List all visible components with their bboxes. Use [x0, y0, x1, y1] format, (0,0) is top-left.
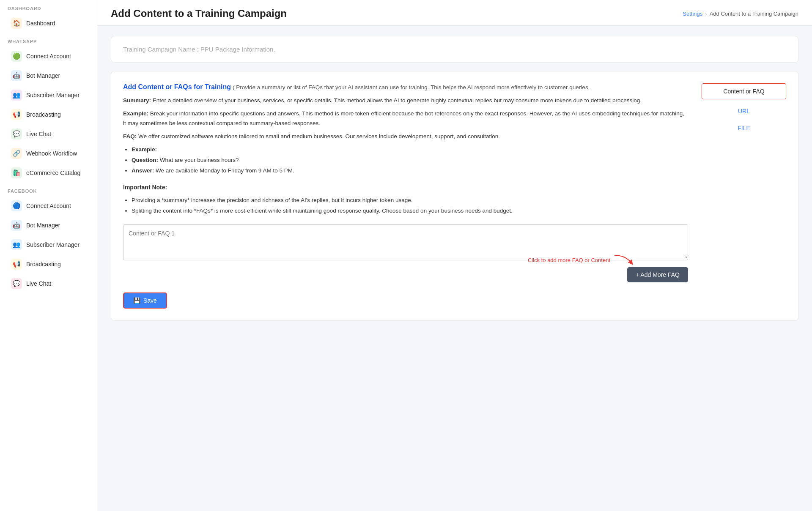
save-icon: 💾	[133, 297, 140, 304]
sidebar-item-wa-ecomm-label: eCommerce Catalog	[26, 169, 80, 176]
faq-para: FAQ: We offer customized software soluti…	[123, 132, 688, 142]
fb-connect-icon: 🔵	[11, 200, 22, 211]
sidebar-item-dashboard-label: Dashboard	[26, 20, 55, 27]
example-label: Example:	[123, 110, 148, 117]
wa-broad-icon: 📢	[11, 109, 22, 120]
campaign-name-card: Training Campaign Name : PPU Package Inf…	[111, 36, 798, 63]
important-note-list: Providing a *summary* increases the prec…	[123, 196, 688, 216]
wa-chat-icon: 💬	[11, 128, 22, 139]
faq-heading-desc: ( Provide a summary or list of FAQs that…	[233, 84, 590, 90]
tab-content-faq[interactable]: Content or FAQ	[702, 83, 786, 99]
sidebar-item-fb-chat-label: Live Chat	[26, 280, 51, 287]
sidebar-item-wa-sub[interactable]: 👥 Subscriber Manager	[3, 86, 93, 104]
faq-label: FAQ:	[123, 133, 137, 139]
sidebar-item-fb-sub-label: Subscriber Manager	[26, 241, 80, 248]
sidebar-item-dashboard[interactable]: 🏠 Dashboard	[3, 14, 93, 33]
fb-chat-icon: 💬	[11, 278, 22, 289]
sidebar-item-fb-sub[interactable]: 👥 Subscriber Manager	[3, 235, 93, 254]
top-header: Add Content to a Training Campaign Setti…	[97, 0, 812, 26]
sidebar-item-wa-chat-label: Live Chat	[26, 131, 51, 137]
save-row: 💾 Save	[123, 292, 688, 309]
sidebar-item-wa-bot-label: Bot Manager	[26, 72, 60, 79]
sidebar-item-wa-ecomm[interactable]: 🛍️ eCommerce Catalog	[3, 164, 93, 182]
faq-list-item-1: Example:	[132, 145, 688, 155]
faq-text: We offer customized software solutions t…	[138, 133, 500, 139]
summary-para: Summary: Enter a detailed overview of yo…	[123, 96, 688, 106]
breadcrumb-separator: ›	[705, 11, 707, 17]
faq-examples-list: Example: Question: What are your busines…	[123, 145, 688, 176]
card-inner: Add Content or FAQs for Training ( Provi…	[123, 83, 786, 309]
sidebar-item-fb-broad[interactable]: 📢 Broadcasting	[3, 255, 93, 273]
sidebar-item-fb-bot-label: Bot Manager	[26, 222, 60, 229]
sidebar-item-wa-sub-label: Subscriber Manager	[26, 92, 80, 98]
page-title: Add Content to a Training Campaign	[111, 8, 287, 19]
sidebar-item-wa-broad[interactable]: 📢 Broadcasting	[3, 105, 93, 124]
wa-bot-icon: 🤖	[11, 70, 22, 81]
main-card: Add Content or FAQs for Training ( Provi…	[111, 71, 798, 321]
sidebar: DASHBOARD 🏠 Dashboard WHATSAPP 🟢 Connect…	[0, 0, 97, 511]
sidebar-item-wa-broad-label: Broadcasting	[26, 111, 61, 118]
breadcrumb: Settings › Add Content to a Training Cam…	[683, 11, 798, 17]
wa-webhook-icon: 🔗	[11, 148, 22, 159]
fb-broad-icon: 📢	[11, 259, 22, 270]
faq-list-item-2: Question: What are your business hours?	[132, 156, 688, 165]
example-text: Break your information into specific que…	[123, 110, 684, 126]
sidebar-item-wa-webhook-label: Webhook Workflow	[26, 150, 77, 157]
sidebar-item-wa-webhook[interactable]: 🔗 Webhook Workflow	[3, 144, 93, 163]
note-item-2: Splitting the content into *FAQs* is mor…	[132, 206, 688, 216]
dashboard-icon: 🏠	[11, 18, 22, 29]
add-faq-annotation: Click to add more FAQ or Content	[528, 254, 633, 266]
content-area: Training Campaign Name : PPU Package Inf…	[97, 26, 812, 511]
save-button[interactable]: 💾 Save	[123, 292, 167, 309]
example-para: Example: Break your information into spe…	[123, 109, 688, 128]
fb-sub-icon: 👥	[11, 239, 22, 250]
breadcrumb-settings-link[interactable]: Settings	[683, 11, 702, 17]
faq-content-left: Add Content or FAQs for Training ( Provi…	[123, 83, 688, 309]
save-button-label: Save	[143, 297, 157, 304]
note-item-1: Providing a *summary* increases the prec…	[132, 196, 688, 205]
wa-ecomm-icon: 🛍️	[11, 167, 22, 178]
add-more-faq-button[interactable]: + Add More FAQ	[627, 267, 688, 282]
add-faq-row: Click to add more FAQ or Content	[123, 267, 688, 282]
campaign-name-text: Training Campaign Name : PPU Package Inf…	[123, 46, 275, 53]
faq-heading-row: Add Content or FAQs for Training ( Provi…	[123, 83, 688, 91]
summary-label: Summary:	[123, 97, 151, 104]
sidebar-item-fb-connect-label: Connect Account	[26, 202, 71, 209]
wa-connect-icon: 🟢	[11, 51, 22, 62]
sidebar-item-wa-connect-label: Connect Account	[26, 53, 71, 60]
important-note-heading: Important Note:	[123, 183, 688, 193]
faq-body: Summary: Enter a detailed overview of yo…	[123, 96, 688, 216]
wa-sub-icon: 👥	[11, 90, 22, 101]
faq-list-item-3: Answer: We are available Monday to Frida…	[132, 166, 688, 176]
sidebar-item-fb-bot[interactable]: 🤖 Bot Manager	[3, 216, 93, 235]
faq-heading: Add Content or FAQs for Training	[123, 83, 231, 90]
sidebar-item-fb-connect[interactable]: 🔵 Connect Account	[3, 197, 93, 215]
card-right-tabs: Content or FAQ URL FILE	[702, 83, 786, 309]
summary-text: Enter a detailed overview of your busine…	[153, 97, 642, 104]
tab-file[interactable]: FILE	[702, 120, 786, 136]
sidebar-section-facebook: FACEBOOK	[0, 183, 97, 196]
fb-bot-icon: 🤖	[11, 220, 22, 231]
sidebar-section-whatsapp: WHATSAPP	[0, 33, 97, 46]
sidebar-section-dashboard: DASHBOARD	[0, 0, 97, 14]
sidebar-item-wa-bot[interactable]: 🤖 Bot Manager	[3, 66, 93, 85]
sidebar-item-wa-chat[interactable]: 💬 Live Chat	[3, 125, 93, 143]
main-content: Add Content to a Training Campaign Setti…	[97, 0, 812, 511]
sidebar-item-wa-connect[interactable]: 🟢 Connect Account	[3, 47, 93, 66]
sidebar-item-fb-broad-label: Broadcasting	[26, 261, 61, 268]
sidebar-item-fb-chat[interactable]: 💬 Live Chat	[3, 274, 93, 293]
add-faq-annotation-text: Click to add more FAQ or Content	[528, 257, 610, 263]
annotation-arrow-icon	[613, 254, 633, 266]
breadcrumb-current: Add Content to a Training Campaign	[710, 11, 798, 17]
tab-url[interactable]: URL	[702, 104, 786, 119]
